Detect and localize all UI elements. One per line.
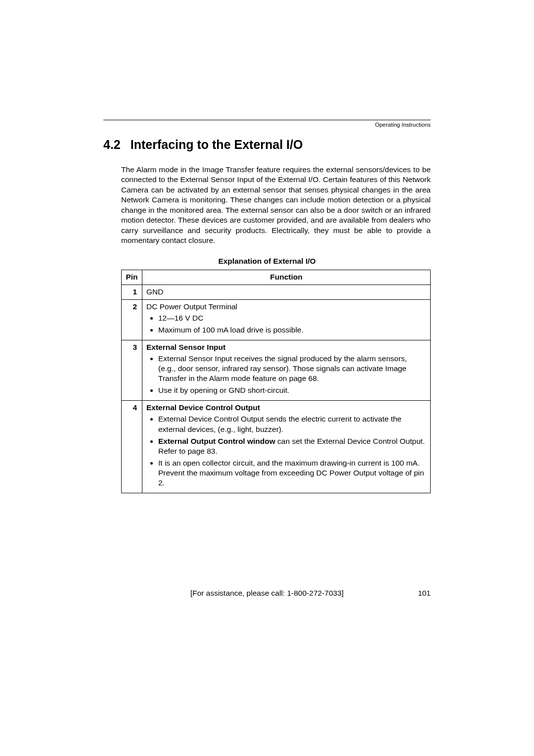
col-pin: Pin	[122, 270, 142, 284]
list-item: Use it by opening or GND short-circuit.	[158, 385, 426, 395]
row-title: DC Power Output Terminal	[146, 302, 237, 311]
list-item: It is an open collector circuit, and the…	[158, 458, 426, 488]
row-title: External Device Control Output	[146, 403, 260, 412]
row-title: External Sensor Input	[146, 343, 225, 351]
table-row: 4 External Device Control Output Externa…	[122, 401, 431, 493]
function-cell: GND	[142, 284, 431, 299]
section-title: Interfacing to the External I/O	[131, 138, 303, 151]
table-header-row: Pin Function	[122, 270, 431, 284]
pin-cell: 3	[122, 340, 142, 401]
col-function: Function	[142, 270, 431, 284]
list-item: Maximum of 100 mA load drive is possible…	[158, 325, 426, 335]
table-caption: Explanation of External I/O	[103, 257, 431, 266]
section-number: 4.2	[103, 138, 121, 152]
list-item: External Device Control Output sends the…	[158, 414, 426, 434]
list-item: 12—16 V DC	[158, 313, 426, 323]
pin-cell: 1	[122, 284, 142, 299]
section-heading: 4.2Interfacing to the External I/O	[103, 138, 431, 152]
footer-page-number: 101	[418, 589, 431, 598]
list-item: External Sensor Input receives the signa…	[158, 354, 426, 383]
header-rule	[103, 120, 431, 120]
pin-cell: 2	[122, 299, 142, 340]
table-row: 3 External Sensor Input External Sensor …	[122, 340, 431, 401]
function-cell: DC Power Output Terminal 12—16 V DC Maxi…	[142, 299, 431, 340]
external-io-table: Pin Function 1 GND 2 DC Power Output Ter…	[121, 270, 431, 494]
list-item: External Output Control window can set t…	[158, 436, 426, 456]
table-row: 2 DC Power Output Terminal 12—16 V DC Ma…	[122, 299, 431, 340]
table-row: 1 GND	[122, 284, 431, 299]
running-head: Operating Instructions	[103, 122, 431, 128]
intro-paragraph: The Alarm mode in the Image Transfer fea…	[121, 165, 431, 246]
page-footer: [For assistance, please call: 1-800-272-…	[103, 589, 431, 598]
pin-cell: 4	[122, 401, 142, 493]
footer-assistance: [For assistance, please call: 1-800-272-…	[103, 589, 431, 598]
function-cell: External Device Control Output External …	[142, 401, 431, 493]
function-cell: External Sensor Input External Sensor In…	[142, 340, 431, 401]
bold-span: External Output Control window	[158, 437, 275, 445]
